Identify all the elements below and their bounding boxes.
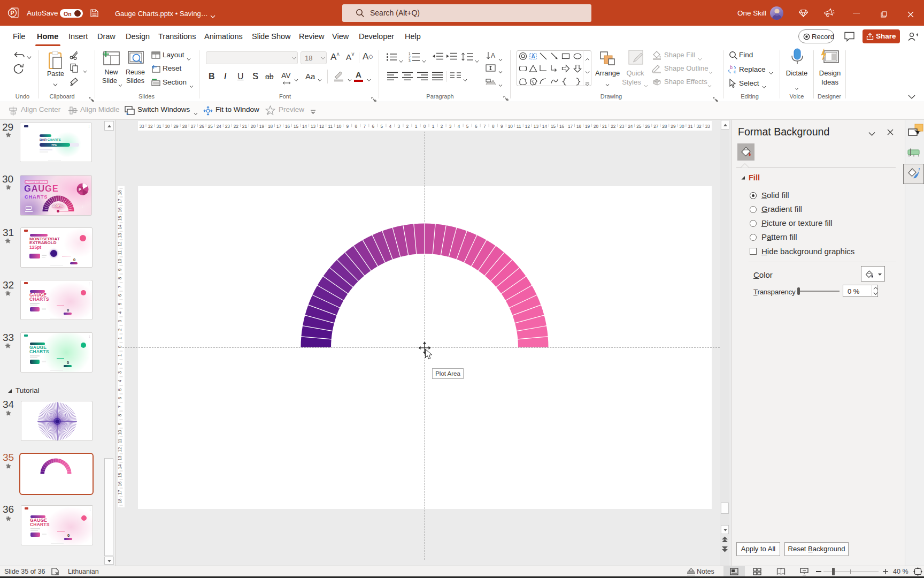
svg-text:15: 15	[118, 216, 122, 221]
svg-text:20: 20	[594, 124, 599, 129]
svg-text:26: 26	[645, 124, 650, 129]
svg-text:30: 30	[165, 124, 171, 129]
svg-text:9: 9	[500, 124, 503, 129]
svg-text:33: 33	[139, 124, 144, 129]
svg-text:10: 10	[508, 124, 513, 129]
svg-text:14: 14	[542, 124, 548, 129]
svg-text:11: 11	[118, 250, 122, 255]
svg-text:24: 24	[628, 124, 633, 129]
svg-text:24: 24	[217, 124, 222, 129]
svg-text:11: 11	[328, 124, 333, 129]
svg-text:29: 29	[174, 124, 179, 129]
svg-text:9: 9	[346, 124, 349, 129]
svg-text:13: 13	[534, 124, 539, 129]
svg-text:19: 19	[585, 124, 590, 129]
svg-text:1: 1	[432, 124, 435, 129]
svg-text:20: 20	[251, 124, 256, 129]
svg-text:5: 5	[118, 388, 122, 391]
svg-text:19: 19	[259, 124, 265, 129]
svg-text:15: 15	[118, 473, 122, 478]
svg-text:1: 1	[415, 124, 418, 129]
svg-text:4: 4	[118, 379, 122, 382]
svg-text:31: 31	[157, 124, 162, 129]
svg-text:6: 6	[372, 124, 375, 129]
svg-text:7: 7	[364, 124, 366, 129]
svg-text:6: 6	[118, 397, 122, 399]
svg-text:27: 27	[653, 124, 659, 129]
svg-text:12: 12	[319, 124, 325, 129]
svg-text:P: P	[79, 187, 81, 192]
svg-text:22: 22	[611, 124, 616, 129]
svg-text:29: 29	[671, 124, 676, 129]
svg-text:30: 30	[679, 124, 684, 129]
svg-text:12: 12	[118, 241, 122, 247]
svg-text:18: 18	[576, 124, 582, 129]
svg-text:5: 5	[118, 302, 122, 305]
svg-text:2: 2	[406, 124, 409, 129]
svg-text:32: 32	[696, 124, 702, 129]
svg-text:4: 4	[118, 311, 122, 314]
svg-text:16: 16	[285, 124, 290, 129]
svg-text:19: 19	[118, 186, 122, 187]
svg-text:32: 32	[148, 124, 153, 129]
svg-text:26: 26	[199, 124, 205, 129]
svg-text:8: 8	[118, 277, 122, 279]
svg-text:23: 23	[619, 124, 625, 129]
svg-text:1: 1	[118, 354, 122, 356]
svg-text:3: 3	[449, 124, 452, 129]
svg-text:21: 21	[602, 124, 607, 129]
svg-text:2: 2	[118, 362, 122, 365]
svg-text:b: b	[730, 65, 733, 70]
svg-text:23: 23	[225, 124, 230, 129]
svg-text:3: 3	[118, 371, 122, 374]
svg-text:14: 14	[118, 224, 122, 230]
svg-text:17: 17	[118, 490, 122, 495]
svg-text:A: A	[531, 54, 535, 59]
svg-text:3: 3	[398, 124, 401, 129]
svg-text:0: 0	[424, 124, 426, 129]
svg-text:8: 8	[355, 124, 358, 129]
svg-text:2: 2	[441, 124, 443, 129]
svg-text:3: 3	[409, 59, 411, 63]
svg-text:14: 14	[118, 464, 122, 469]
svg-text:28: 28	[182, 124, 188, 129]
svg-text:16: 16	[118, 207, 122, 212]
svg-text:31: 31	[688, 124, 693, 129]
svg-text:2: 2	[118, 328, 122, 331]
svg-text:16: 16	[118, 481, 122, 486]
svg-text:16: 16	[559, 124, 565, 129]
svg-text:7: 7	[118, 285, 122, 288]
svg-text:12: 12	[118, 447, 122, 452]
svg-text:11: 11	[517, 124, 521, 129]
svg-text:17: 17	[568, 124, 573, 129]
svg-text:13: 13	[118, 233, 122, 238]
svg-text:9: 9	[118, 268, 122, 271]
svg-text:9: 9	[118, 422, 122, 425]
svg-text:12: 12	[525, 124, 530, 129]
svg-text:5: 5	[381, 124, 383, 129]
svg-text:10: 10	[336, 124, 342, 129]
svg-text:21: 21	[242, 124, 248, 129]
svg-text:15: 15	[551, 124, 556, 129]
svg-text:33: 33	[705, 124, 710, 129]
svg-text:7: 7	[483, 124, 486, 129]
svg-text:22: 22	[234, 124, 239, 129]
svg-text:4: 4	[458, 124, 460, 129]
svg-text:A: A	[491, 52, 495, 59]
svg-text:25: 25	[636, 124, 642, 129]
svg-text:13: 13	[118, 455, 122, 461]
svg-text:18: 18	[268, 124, 273, 129]
svg-text:13: 13	[311, 124, 316, 129]
svg-text:4: 4	[389, 124, 392, 129]
svg-text:28: 28	[662, 124, 667, 129]
svg-text:10: 10	[118, 430, 122, 435]
svg-text:3: 3	[118, 320, 122, 322]
svg-text:27: 27	[191, 124, 196, 129]
svg-text:15: 15	[294, 124, 299, 129]
svg-text:8: 8	[492, 124, 495, 129]
svg-text:17: 17	[276, 124, 282, 129]
svg-text:10: 10	[118, 258, 122, 264]
svg-text:1: 1	[118, 337, 122, 339]
svg-text:14: 14	[302, 124, 307, 129]
svg-text:7: 7	[118, 405, 122, 408]
